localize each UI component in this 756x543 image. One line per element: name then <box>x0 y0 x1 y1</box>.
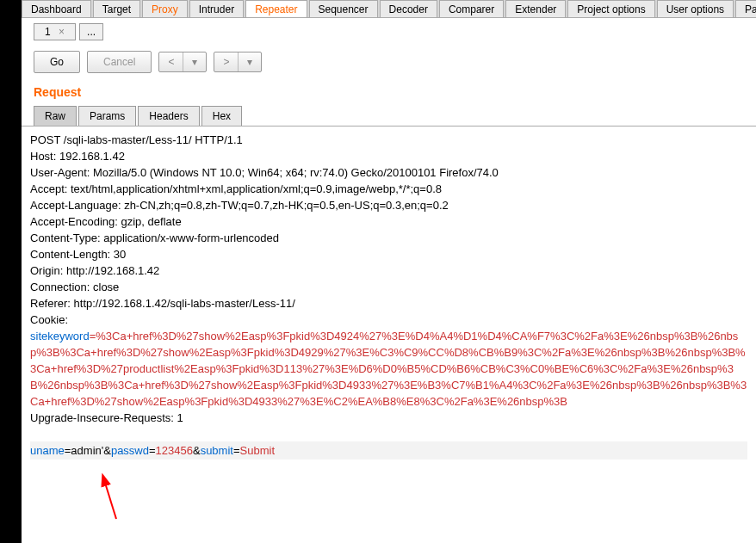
next-button[interactable]: > <box>214 52 239 71</box>
tab-user-options[interactable]: User options <box>657 0 734 17</box>
tab-extender[interactable]: Extender <box>505 0 566 17</box>
header-host: Host: 192.168.1.42 <box>30 148 747 164</box>
header-user-agent: User-Agent: Mozilla/5.0 (Windows NT 10.0… <box>30 164 747 181</box>
header-accept-language: Accept-Language: zh-CN,zh;q=0.8,zh-TW;q=… <box>30 197 747 213</box>
header-origin: Origin: http://192.168.1.42 <box>30 262 747 279</box>
request-body: uname=admin'&passwd=123456&submit=Submit <box>30 441 747 460</box>
view-tab-params[interactable]: Params <box>78 106 136 126</box>
param-uname-key: uname <box>30 444 65 457</box>
go-button[interactable]: Go <box>34 51 80 73</box>
header-accept-encoding: Accept-Encoding: gzip, deflate <box>30 213 747 230</box>
amp-sign: & <box>103 444 111 457</box>
tab-passive[interactable]: Passi <box>735 0 756 17</box>
repeater-tab-label: 1 <box>45 26 51 38</box>
next-dropdown-icon[interactable]: ▾ <box>239 52 261 71</box>
tab-sequencer[interactable]: Sequencer <box>309 0 378 17</box>
tab-dashboard[interactable]: Dashboard <box>22 0 91 17</box>
tab-project-options[interactable]: Project options <box>567 0 654 17</box>
annotation-arrow-icon <box>92 478 127 528</box>
repeater-tab-1[interactable]: 1 × <box>34 23 76 40</box>
toolbar: Go Cancel < ▾ > ▾ <box>22 46 756 82</box>
header-accept: Accept: text/html,application/xhtml+xml,… <box>30 181 747 197</box>
amp-sign: & <box>193 444 201 457</box>
tab-target[interactable]: Target <box>93 0 140 17</box>
repeater-tabs-row: 1 × ... <box>22 18 756 46</box>
header-upgrade: Upgrade-Insecure-Requests: 1 <box>30 410 747 426</box>
request-title: Request <box>22 82 756 106</box>
eq-sign: = <box>149 444 156 457</box>
header-referer: Referer: http://192.168.1.42/sqli-labs-m… <box>30 295 747 312</box>
left-dark-bar <box>0 0 22 543</box>
tab-proxy[interactable]: Proxy <box>142 0 188 17</box>
tab-intruder[interactable]: Intruder <box>189 0 244 17</box>
main-content: Dashboard Target Proxy Intruder Repeater… <box>22 0 756 465</box>
tab-decoder[interactable]: Decoder <box>380 0 437 17</box>
cancel-button[interactable]: Cancel <box>87 51 152 73</box>
header-connection: Connection: close <box>30 279 747 295</box>
param-passwd-val: 123456 <box>156 444 193 457</box>
view-tab-hex[interactable]: Hex <box>201 106 242 126</box>
param-submit-key: submit <box>201 444 233 457</box>
header-content-length: Content-Length: 30 <box>30 246 747 262</box>
nav-next-group: > ▾ <box>214 52 262 72</box>
view-tab-raw[interactable]: Raw <box>34 106 77 126</box>
close-icon[interactable]: × <box>59 26 65 38</box>
prev-dropdown-icon[interactable]: ▾ <box>183 52 206 71</box>
view-tabs: Raw Params Headers Hex <box>22 106 756 126</box>
nav-prev-group: < ▾ <box>158 52 207 72</box>
cookie-key: sitekeyword <box>30 330 90 342</box>
prev-button[interactable]: < <box>159 52 183 71</box>
tab-comparer[interactable]: Comparer <box>439 0 504 17</box>
tab-repeater[interactable]: Repeater <box>245 0 307 17</box>
param-submit-val: Submit <box>240 444 275 457</box>
view-tab-headers[interactable]: Headers <box>138 106 199 126</box>
header-cookie-label: Cookie: <box>30 312 747 328</box>
param-passwd-key: passwd <box>111 444 149 457</box>
raw-request-editor[interactable]: POST /sqli-labs-master/Less-11/ HTTP/1.1… <box>22 126 756 465</box>
request-line: POST /sqli-labs-master/Less-11/ HTTP/1.1 <box>30 132 747 148</box>
repeater-tab-more[interactable]: ... <box>79 23 103 40</box>
top-tab-bar: Dashboard Target Proxy Intruder Repeater… <box>22 0 756 18</box>
header-cookie-value: sitekeyword=%3Ca+href%3D%27show%2Easp%3F… <box>30 328 747 410</box>
eq-sign: = <box>233 444 240 457</box>
param-uname-val: admin' <box>71 444 103 457</box>
cookie-value: %3Ca+href%3D%27show%2Easp%3Fpkid%3D4924%… <box>30 330 747 408</box>
header-content-type: Content-Type: application/x-www-form-url… <box>30 230 747 246</box>
svg-line-0 <box>105 483 116 519</box>
